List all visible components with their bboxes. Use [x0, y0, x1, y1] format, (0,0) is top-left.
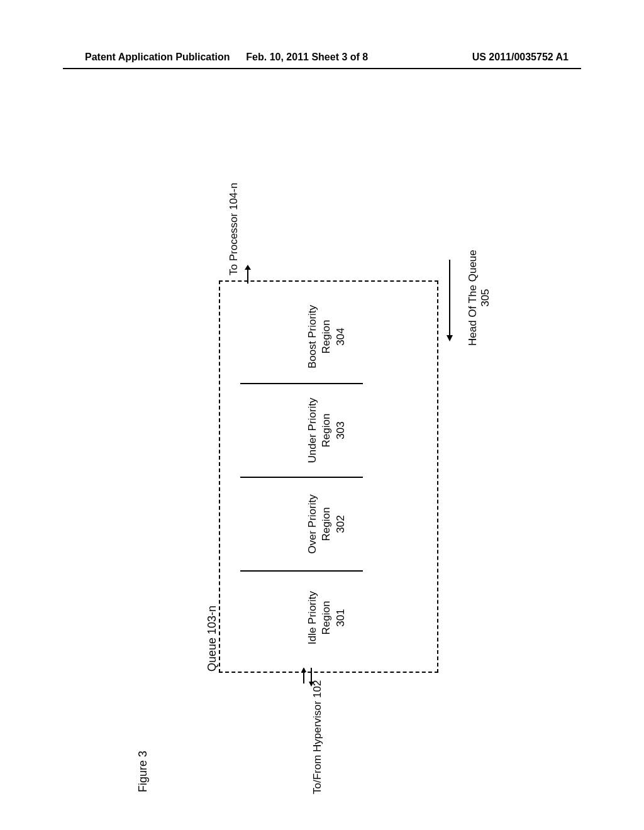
header-date-sheet: Feb. 10, 2011 Sheet 3 of 8	[246, 52, 407, 63]
region-label: Under Priority	[306, 398, 319, 463]
header-docnum: US 2011/0035752 A1	[408, 52, 569, 63]
header-rule	[63, 68, 581, 69]
hypervisor-label: To/From Hypervisor 102	[311, 680, 324, 794]
processor-label: To Processor 104-n	[228, 183, 240, 275]
region-label: Region	[319, 507, 333, 541]
queue-label: Queue 103-n	[206, 606, 219, 672]
region-boost: Boost Priority Region 304	[240, 290, 363, 384]
region-label: 304	[334, 328, 348, 345]
figure-label: Figure 3	[136, 751, 150, 792]
arrow-head-icon	[443, 260, 456, 341]
region-label: Boost Priority	[306, 305, 319, 368]
svg-marker-7	[447, 335, 453, 341]
region-label: 303	[334, 421, 348, 439]
page-header: Patent Application Publication Feb. 10, …	[0, 52, 644, 63]
region-under: Under Priority Region 303	[240, 384, 363, 478]
region-label: Region	[319, 601, 333, 635]
region-over: Over Priority Region 302	[240, 478, 363, 572]
diagram-container: Figure 3 Queue 103-n Idle Priority Regio…	[133, 163, 511, 667]
region-label: 301	[334, 609, 348, 626]
region-label: Idle Priority	[306, 591, 319, 645]
head-label-line: Head Of The Queue	[467, 250, 479, 346]
svg-marker-1	[301, 668, 306, 672]
region-label: Region	[319, 414, 333, 448]
header-publication: Patent Application Publication	[85, 52, 246, 63]
svg-marker-5	[245, 265, 251, 270]
region-label: Region	[319, 320, 333, 354]
head-of-queue-label: Head Of The Queue 305	[467, 250, 492, 346]
queue-regions: Idle Priority Region 301 Over Priority R…	[240, 290, 363, 664]
head-label-line: 305	[479, 289, 491, 306]
region-idle: Idle Priority Region 301	[240, 572, 363, 664]
region-label: Over Priority	[306, 494, 319, 553]
arrow-processor-icon	[242, 265, 254, 284]
region-label: 302	[334, 515, 348, 533]
